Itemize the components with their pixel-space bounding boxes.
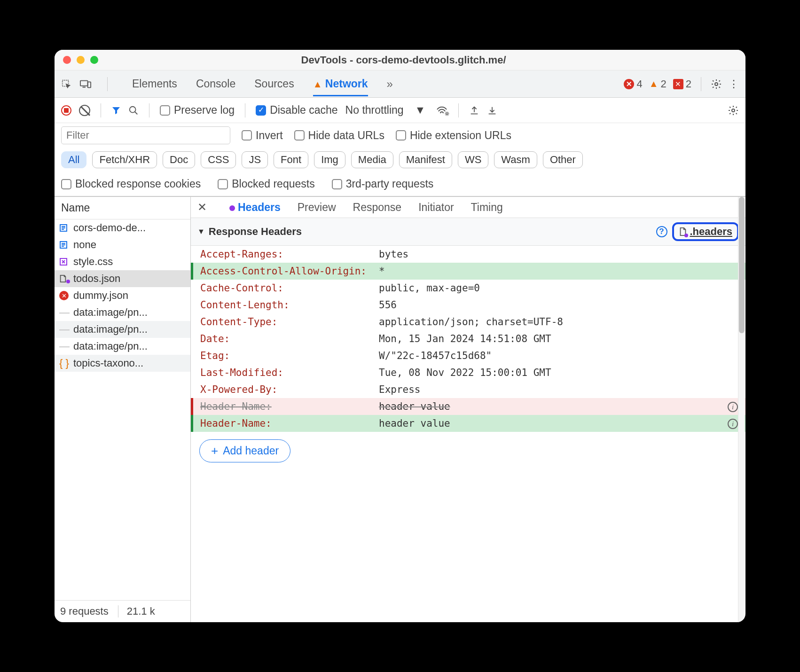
details-tabs: ✕ Headers Preview Response Initiator Tim… bbox=[191, 197, 745, 218]
more-tabs-button[interactable]: » bbox=[387, 78, 393, 91]
timing-tab[interactable]: Timing bbox=[471, 201, 503, 214]
status-bar: 9 requests 21.1 k bbox=[55, 600, 190, 622]
device-icon[interactable] bbox=[80, 79, 91, 89]
hide-data-urls-label: Hide data URLs bbox=[308, 129, 384, 142]
type-filter-manifest[interactable]: Manifest bbox=[399, 151, 452, 168]
tab-network[interactable]: ▲ Network bbox=[313, 78, 368, 96]
type-filter-font[interactable]: Font bbox=[274, 151, 308, 168]
header-value: 556 bbox=[379, 299, 397, 311]
json-icon bbox=[59, 274, 69, 283]
header-row[interactable]: Content-Length:556 bbox=[191, 297, 745, 313]
preview-tab[interactable]: Preview bbox=[298, 201, 336, 214]
filter-input[interactable] bbox=[61, 126, 230, 144]
download-icon[interactable] bbox=[487, 105, 497, 116]
headers-override-link[interactable]: .headers bbox=[672, 222, 739, 241]
close-window-button[interactable] bbox=[63, 56, 71, 64]
header-row[interactable]: X-Powered-By:Express bbox=[191, 381, 745, 398]
network-conditions-icon[interactable] bbox=[436, 105, 448, 116]
type-filter-doc[interactable]: Doc bbox=[163, 151, 195, 168]
kebab-menu-button[interactable]: ⋮ bbox=[729, 78, 739, 90]
upload-icon[interactable] bbox=[469, 105, 479, 116]
request-item[interactable]: cors-demo-de... bbox=[55, 219, 190, 236]
close-details-button[interactable]: ✕ bbox=[197, 201, 207, 214]
svg-rect-2 bbox=[88, 82, 91, 87]
type-filter-fetch[interactable]: Fetch/XHR bbox=[92, 151, 157, 168]
disclosure-icon: ▼ bbox=[197, 227, 205, 236]
scrollbar-thumb[interactable] bbox=[739, 197, 745, 333]
request-item[interactable]: none bbox=[55, 236, 190, 253]
preserve-log-checkbox[interactable]: Preserve log bbox=[160, 104, 235, 117]
tab-sources[interactable]: Sources bbox=[254, 78, 294, 90]
inspect-icon[interactable] bbox=[61, 79, 71, 89]
info-icon[interactable]: i bbox=[728, 402, 738, 412]
request-name: none bbox=[73, 239, 96, 251]
header-row[interactable]: Last-Modified:Tue, 08 Nov 2022 15:00:01 … bbox=[191, 364, 745, 381]
tab-console[interactable]: Console bbox=[196, 78, 235, 90]
request-item[interactable]: —data:image/pn... bbox=[55, 321, 190, 338]
record-button[interactable] bbox=[61, 105, 71, 116]
header-row[interactable]: Content-Type:application/json; charset=U… bbox=[191, 313, 745, 330]
hide-extension-urls-checkbox[interactable]: Hide extension URLs bbox=[396, 129, 511, 142]
header-row[interactable]: Etag:W/"22c-18457c15d68" bbox=[191, 347, 745, 364]
minimize-window-button[interactable] bbox=[77, 56, 85, 64]
tab-elements[interactable]: Elements bbox=[132, 78, 177, 90]
blocked-requests-checkbox[interactable]: Blocked requests bbox=[218, 178, 314, 190]
type-filter-other[interactable]: Other bbox=[543, 151, 583, 168]
header-name: Access-Control-Allow-Origin: bbox=[200, 266, 379, 277]
type-filter-wasm[interactable]: Wasm bbox=[494, 151, 537, 168]
type-filter-all[interactable]: All bbox=[61, 151, 86, 168]
invert-checkbox[interactable]: Invert bbox=[242, 129, 283, 142]
filter-icon[interactable] bbox=[111, 106, 121, 115]
info-icon[interactable]: i bbox=[728, 419, 738, 429]
header-row[interactable]: Access-Control-Allow-Origin:* bbox=[191, 263, 745, 280]
header-name: Header-Name: bbox=[200, 418, 379, 429]
request-name: dummy.json bbox=[73, 289, 128, 302]
preserve-log-label: Preserve log bbox=[174, 104, 235, 117]
type-filter-ws[interactable]: WS bbox=[458, 151, 488, 168]
search-icon[interactable] bbox=[128, 105, 139, 116]
header-row[interactable]: Accept-Ranges:bytes bbox=[191, 246, 745, 263]
request-name: data:image/pn... bbox=[73, 323, 148, 336]
request-item[interactable]: —data:image/pn... bbox=[55, 304, 190, 321]
header-name: Accept-Ranges: bbox=[200, 249, 379, 260]
settings-button[interactable] bbox=[711, 78, 722, 90]
add-header-label: Add header bbox=[223, 445, 279, 457]
request-name: topics-taxono... bbox=[73, 357, 143, 369]
request-item[interactable]: { }topics-taxono... bbox=[55, 355, 190, 372]
type-filter-js[interactable]: JS bbox=[242, 151, 268, 168]
headers-tab[interactable]: Headers bbox=[229, 201, 281, 214]
response-tab[interactable]: Response bbox=[353, 201, 402, 214]
header-row[interactable]: Header-Name:header valuei bbox=[191, 398, 745, 415]
network-settings-button[interactable] bbox=[728, 105, 739, 116]
error-count[interactable]: 4 bbox=[636, 78, 642, 90]
request-item[interactable]: style.css bbox=[55, 253, 190, 270]
blocked-cookies-checkbox[interactable]: Blocked response cookies bbox=[61, 178, 201, 190]
throttling-select[interactable]: No throttling▼ bbox=[345, 104, 426, 117]
add-header-button[interactable]: + Add header bbox=[199, 439, 290, 462]
name-column-header[interactable]: Name bbox=[55, 197, 190, 219]
request-item[interactable]: todos.json bbox=[55, 270, 190, 287]
generic-icon: — bbox=[59, 323, 69, 336]
svg-point-4 bbox=[130, 106, 136, 112]
type-filter-css[interactable]: CSS bbox=[201, 151, 236, 168]
disable-cache-checkbox[interactable]: Disable cache bbox=[256, 104, 337, 117]
request-item[interactable]: ✕dummy.json bbox=[55, 287, 190, 304]
issue-count[interactable]: 2 bbox=[686, 78, 691, 90]
help-icon[interactable]: ? bbox=[656, 226, 667, 237]
third-party-checkbox[interactable]: 3rd-party requests bbox=[332, 178, 434, 190]
response-headers-title-row[interactable]: ▼ Response Headers ? .headers bbox=[191, 218, 745, 246]
initiator-tab[interactable]: Initiator bbox=[418, 201, 454, 214]
request-item[interactable]: —data:image/pn... bbox=[55, 338, 190, 355]
throttling-value: No throttling bbox=[345, 104, 404, 117]
clear-button[interactable] bbox=[79, 105, 90, 116]
generic-icon: — bbox=[59, 306, 69, 319]
hide-data-urls-checkbox[interactable]: Hide data URLs bbox=[294, 129, 384, 142]
type-filter-img[interactable]: Img bbox=[314, 151, 345, 168]
maximize-window-button[interactable] bbox=[90, 56, 98, 64]
warning-count[interactable]: 2 bbox=[661, 78, 667, 90]
header-value: header value bbox=[379, 418, 450, 429]
type-filter-media[interactable]: Media bbox=[351, 151, 393, 168]
header-row[interactable]: Cache-Control:public, max-age=0 bbox=[191, 280, 745, 297]
header-row[interactable]: Header-Name:header valuei bbox=[191, 415, 745, 432]
header-row[interactable]: Date:Mon, 15 Jan 2024 14:51:08 GMT bbox=[191, 330, 745, 347]
